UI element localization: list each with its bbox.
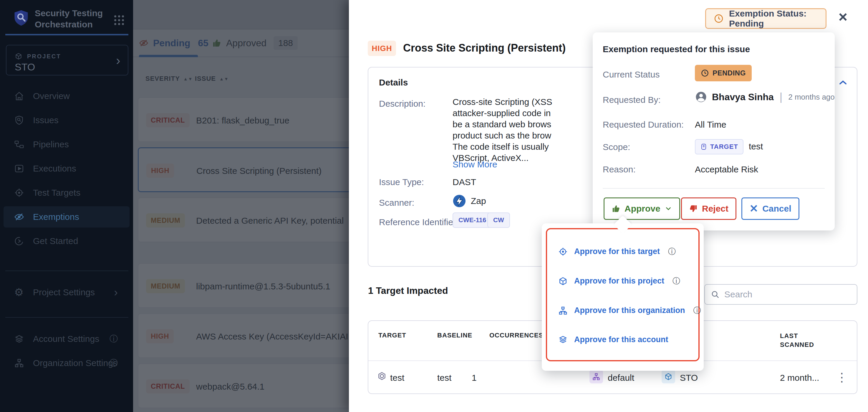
reason-label: Reason:: [603, 165, 636, 174]
table-cell-last-scanned: 2 month...: [780, 373, 819, 383]
description-text: The code itself is usually: [453, 142, 549, 152]
requester-name: Bhavya Sinha: [712, 92, 774, 102]
issue-type-label: Issue Type:: [379, 177, 424, 187]
sidebar-item-get-started[interactable]: Get Started: [3, 231, 129, 252]
close-icon: ✕: [749, 204, 758, 213]
issue-type-value: DAST: [453, 177, 476, 187]
search-box: [704, 284, 858, 305]
approve-button[interactable]: Approve: [603, 198, 680, 220]
org-chart-icon: [558, 306, 568, 315]
scope-chip-text: TARGET: [710, 143, 738, 151]
info-icon[interactable]: ⓘ: [693, 305, 701, 316]
sidebar-item-executions[interactable]: Executions: [3, 158, 129, 179]
sidebar-item-label: Account Settings: [33, 334, 99, 344]
info-icon[interactable]: ⓘ: [110, 357, 118, 369]
info-icon[interactable]: ⓘ: [668, 246, 676, 257]
menu-item-approve-account[interactable]: Approve for this account: [558, 335, 669, 344]
sidebar-accent-rule: [5, 34, 128, 35]
requested-by-label: Requested By:: [603, 95, 661, 105]
targets-impacted-heading: 1 Target Impacted: [368, 285, 448, 296]
table-cell-target[interactable]: test: [390, 373, 404, 383]
show-more-link[interactable]: Show More: [453, 159, 497, 170]
description-text: attacker-supplied code in: [453, 108, 551, 118]
thumb-down-icon: [689, 204, 698, 213]
menu-item-approve-project[interactable]: Approve for this project ⓘ: [558, 276, 680, 286]
sidebar-item-exemptions[interactable]: Exemptions: [3, 206, 129, 228]
clock-icon: [714, 13, 724, 24]
exemption-status-pill[interactable]: Exemption Status: Pending: [705, 8, 827, 29]
sidebar-divider: [5, 317, 128, 318]
gear-icon: ⚙: [14, 287, 24, 297]
zap-logo-icon: [453, 194, 466, 208]
table-header-target[interactable]: TARGET: [378, 331, 406, 339]
app-window: Security Testing Orchestration PROJECT S…: [0, 0, 868, 412]
cancel-button[interactable]: ✕ Cancel: [741, 198, 799, 220]
avatar: [695, 91, 707, 103]
table-header-last-scanned[interactable]: LAST SCANNED: [780, 331, 818, 349]
table-cell-occurrences: 1: [472, 373, 477, 383]
project-selector[interactable]: PROJECT STO ›: [6, 45, 128, 76]
sidebar-item-label: Get Started: [33, 236, 78, 246]
app-title: Security Testing Orchestration: [35, 8, 111, 30]
home-icon: [14, 91, 24, 101]
scanner-name: Zap: [471, 196, 486, 206]
scope-label: Scope:: [603, 142, 630, 152]
search-input[interactable]: [724, 289, 848, 299]
sidebar-item-organization-settings[interactable]: Organization Settings ⓘ: [3, 352, 129, 374]
modal-backdrop[interactable]: [133, 0, 349, 412]
menu-item-label: Approve for this target: [574, 247, 660, 256]
description-text: product such as the brow: [453, 130, 551, 141]
status-badge: PENDING: [695, 65, 752, 81]
sidebar-item-label: Test Targets: [33, 188, 81, 198]
menu-item-approve-organization[interactable]: Approve for this organization ⓘ: [558, 305, 701, 316]
reference-id-chip[interactable]: CW: [487, 212, 510, 228]
info-icon[interactable]: ⓘ: [110, 333, 118, 345]
requested-duration-label: Requested Duration:: [603, 120, 684, 130]
sidebar-item-label: Pipelines: [33, 139, 69, 149]
sidebar-item-account-settings[interactable]: Account Settings ⓘ: [3, 328, 129, 350]
table-header-occurrences[interactable]: OCCURRENCES: [489, 331, 543, 339]
menu-item-approve-target[interactable]: Approve for this target ⓘ: [558, 246, 676, 257]
approve-button-label: Approve: [624, 204, 660, 214]
sidebar-item-test-targets[interactable]: Test Targets: [3, 182, 129, 203]
hexagon-target-icon: [377, 371, 387, 383]
sidebar-divider: [5, 270, 128, 271]
search-icon: [711, 290, 720, 299]
exemption-popover: Exemption requested for this issue Curre…: [593, 32, 835, 231]
thumb-up-icon: [612, 204, 620, 213]
menu-item-label: Approve for this organization: [574, 306, 685, 315]
requested-duration-value: All Time: [695, 120, 726, 130]
project-name: STO: [15, 61, 35, 73]
sidebar-item-project-settings[interactable]: ⚙ Project Settings ›: [3, 282, 129, 303]
sidebar-item-issues[interactable]: Issues: [3, 110, 129, 131]
sidebar-item-pipelines[interactable]: Pipelines: [3, 134, 129, 155]
menu-item-label: Approve for this account: [574, 335, 669, 344]
sidebar-item-overview[interactable]: Overview: [3, 85, 129, 107]
pipelines-icon: [14, 139, 24, 149]
requested-time: 2 months ago: [788, 92, 835, 102]
app-grid-icon[interactable]: [114, 15, 124, 25]
sidebar: Security Testing Orchestration PROJECT S…: [0, 0, 133, 412]
info-icon[interactable]: ⓘ: [673, 276, 680, 286]
scanner-value: Zap: [453, 194, 486, 208]
table-cell-org: default: [608, 373, 634, 383]
app-logo-shield-search-icon: [12, 8, 30, 28]
reject-button[interactable]: Reject: [681, 198, 736, 220]
sidebar-item-label: Project Settings: [33, 287, 95, 297]
kebab-icon[interactable]: ⋮: [836, 371, 848, 384]
target-chip-icon: [700, 143, 707, 150]
chevron-up-icon[interactable]: [837, 78, 849, 88]
reference-id-chip[interactable]: CWE-116: [453, 212, 492, 228]
sidebar-item-label: Exemptions: [33, 212, 79, 222]
scope-value: test: [749, 142, 763, 151]
description-text: be a standard web brows: [453, 119, 551, 129]
target-icon: [558, 247, 568, 256]
reject-button-label: Reject: [702, 204, 728, 214]
reference-identifiers-label: Reference Identifiers:: [379, 217, 463, 227]
status-badge-text: PENDING: [713, 69, 746, 77]
close-icon[interactable]: ×: [834, 8, 852, 26]
table-header-baseline[interactable]: BASELINE: [437, 331, 472, 339]
reason-value: Acceptable Risk: [695, 165, 758, 174]
requested-by-value: Bhavya Sinha | 2 months ago: [695, 91, 835, 103]
approve-scope-dropdown: Approve for this target ⓘ Approve for th…: [542, 224, 704, 371]
